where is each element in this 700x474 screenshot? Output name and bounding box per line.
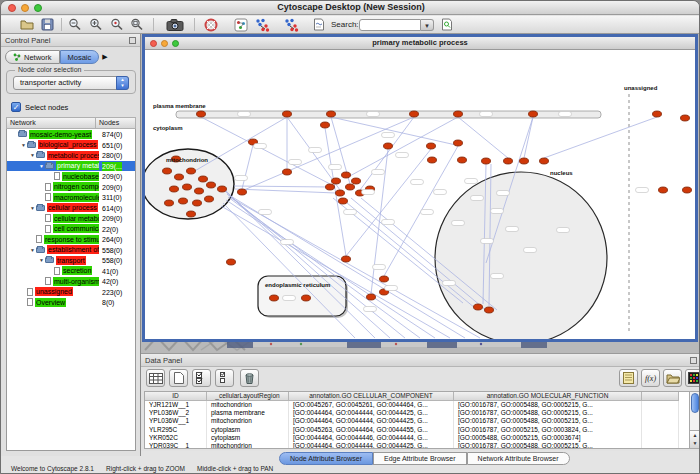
attribute-matrix-icon[interactable] [685, 369, 700, 387]
tree-col-nodes[interactable]: Nodes [96, 117, 136, 129]
graph-node[interactable] [195, 188, 204, 194]
graph-node[interactable] [302, 295, 311, 301]
graph-edge[interactable] [331, 117, 456, 145]
graph-node[interactable] [199, 176, 208, 182]
graph-node[interactable] [474, 304, 483, 310]
attribute-editor-icon[interactable] [619, 369, 638, 387]
window-titlebar[interactable]: Cytoscape Desktop (New Session) [1, 1, 700, 15]
zoom-selected-icon[interactable] [109, 17, 125, 32]
search-index-icon[interactable] [439, 17, 455, 32]
graph-node[interactable] [367, 294, 376, 300]
graph-node[interactable] [283, 111, 292, 117]
graph-node[interactable] [165, 200, 174, 206]
graph-node[interactable] [207, 182, 216, 188]
graph-node[interactable] [342, 256, 351, 262]
network-canvas[interactable]: plasma membranecytoplasmmitochondrionnuc… [145, 50, 695, 339]
data-panel-float-icon[interactable] [690, 357, 697, 364]
tree-row[interactable]: macromolecule311(0) [7, 192, 135, 203]
search-dropdown-arrow[interactable]: ▼ [421, 19, 434, 31]
disclosure-triangle-icon[interactable]: ▼ [38, 257, 45, 263]
disclosure-triangle-icon[interactable]: ▼ [38, 163, 45, 169]
nucleus-region[interactable] [435, 172, 607, 339]
tree-row[interactable]: cellular metabo209(0) [7, 213, 135, 224]
graph-node[interactable] [458, 157, 467, 163]
node-color-dropdown[interactable]: transporter activity ▲▼ [13, 76, 129, 90]
network-overview-icon[interactable] [233, 17, 249, 32]
graph-node[interactable] [326, 184, 335, 190]
tab-node-attribute-browser[interactable]: Node Attribute Browser [279, 452, 373, 465]
attribute-table-icon[interactable] [146, 369, 165, 387]
help-icon[interactable] [203, 17, 219, 32]
graph-node[interactable] [327, 111, 336, 117]
graph-node[interactable] [454, 140, 463, 146]
new-attribute-icon[interactable] [169, 369, 188, 387]
snapshot-icon[interactable] [165, 17, 185, 32]
graph-edge[interactable] [346, 149, 431, 256]
tree-row[interactable]: ▼biological_process651(0) [7, 140, 135, 151]
tree-row[interactable]: mosaic-demo-yeast874(0) [7, 129, 135, 140]
graph-edge[interactable] [524, 117, 533, 158]
zoom-out-icon[interactable] [67, 17, 83, 32]
graph-node[interactable] [482, 158, 491, 164]
graph-node[interactable] [197, 111, 206, 117]
function-builder-icon[interactable]: f(x) [641, 369, 660, 387]
graph-node[interactable] [529, 111, 538, 117]
graph-node[interactable] [659, 187, 668, 193]
disclosure-triangle-icon[interactable]: ▼ [20, 142, 27, 148]
disclosure-triangle-icon[interactable]: ▼ [29, 205, 36, 211]
table-row[interactable]: YDR039C__1mitochondrion[GO:0044464, GO:0… [145, 442, 690, 449]
graph-node[interactable] [321, 122, 330, 128]
tree-row[interactable]: secretion41(0) [7, 266, 135, 277]
graph-node[interactable] [163, 168, 172, 174]
graph-node[interactable] [170, 186, 179, 192]
graph-node[interactable] [683, 187, 692, 193]
graph-edge[interactable] [242, 145, 253, 189]
table-column-header[interactable]: ID [145, 392, 207, 401]
graph-edge[interactable] [234, 186, 330, 187]
annotation-icon[interactable] [311, 17, 327, 32]
table-column-header[interactable]: annotation.GO MOLECULAR_FUNCTION [454, 392, 642, 401]
open-icon[interactable] [19, 17, 35, 32]
graph-node[interactable] [428, 157, 437, 163]
graph-edge[interactable] [458, 117, 508, 158]
graph-node[interactable] [336, 190, 345, 196]
graph-node[interactable] [270, 295, 279, 301]
attribute-table[interactable]: ID_cellularLayoutRegionannotation.GO CEL… [144, 391, 691, 449]
tree-col-network[interactable]: Network [6, 117, 96, 129]
tree-row[interactable]: nucleobase-209(0) [7, 171, 135, 182]
tree-row[interactable]: ▼transport558(0) [7, 255, 135, 266]
graph-node[interactable] [283, 169, 292, 175]
graph-node[interactable] [175, 174, 184, 180]
graph-node[interactable] [346, 184, 355, 190]
tab-network[interactable]: Network [5, 50, 60, 64]
graph-node[interactable] [352, 178, 361, 184]
graph-node[interactable] [342, 172, 351, 178]
search-input[interactable] [359, 19, 421, 31]
graph-edge[interactable] [193, 117, 287, 172]
graph-node[interactable] [339, 198, 348, 204]
graph-node[interactable] [427, 143, 436, 149]
destroy-view-icon[interactable] [283, 17, 299, 32]
graph-node[interactable] [227, 259, 236, 265]
graph-node[interactable] [183, 184, 192, 190]
tree-row[interactable]: Overview8(0) [7, 297, 135, 308]
graph-edge[interactable] [348, 117, 458, 177]
delete-attribute-icon[interactable] [240, 369, 259, 387]
disclosure-triangle-icon[interactable]: ▼ [29, 152, 36, 158]
graph-node[interactable] [193, 200, 202, 206]
create-view-icon[interactable] [254, 17, 270, 32]
float-panel-icon[interactable] [129, 37, 136, 44]
tree-row[interactable]: ▼metabolic process280(0) [7, 150, 135, 161]
scrollbar-arrows[interactable]: ▲▼ [690, 430, 700, 448]
graph-node[interactable] [520, 158, 529, 164]
tree-row[interactable]: response to stimulu264(0) [7, 234, 135, 245]
table-row[interactable]: YLR295Ccytoplasm[GO:0045263, GO:0044464,… [145, 426, 690, 434]
zoom-in-icon[interactable] [88, 17, 104, 32]
graph-edge[interactable] [544, 117, 657, 158]
table-column-header[interactable] [642, 392, 679, 401]
table-scrollbar[interactable]: ▲▼ [689, 391, 700, 449]
unselect-attributes-icon[interactable] [215, 369, 234, 387]
table-row[interactable]: YPL036W__2plasma membrane[GO:0044464, GO… [145, 409, 690, 417]
select-nodes-checkbox[interactable]: ✓ [11, 102, 21, 112]
graph-node[interactable] [238, 189, 247, 195]
